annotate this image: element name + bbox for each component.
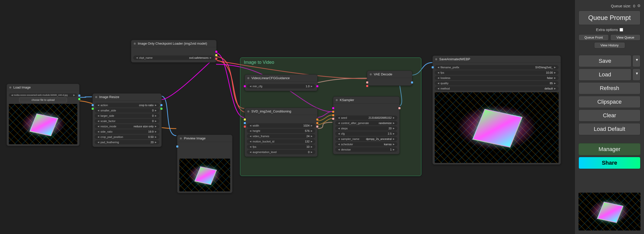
param-ckpt_name[interactable]: ◀ckpt_namesvd.safetensors▶ — [133, 55, 214, 60]
port-image-in[interactable] — [92, 104, 94, 106]
port-model-in[interactable] — [244, 85, 246, 87]
param-smaller_side[interactable]: ◀smaller_side0▶ — [95, 108, 159, 113]
output-preview — [435, 92, 559, 163]
sidebar-preview — [579, 193, 640, 230]
params: ◀actioncrop to ratio▶◀smaller_side0▶◀lar… — [93, 101, 161, 147]
clipspace-button[interactable]: Clipspace — [579, 96, 640, 108]
param-seed[interactable]: ◀seed213160020985152▶ — [335, 115, 397, 120]
param-scale_factor[interactable]: ◀scale_factor0▶ — [95, 119, 159, 123]
settings-icon[interactable]: ⚙ — [637, 4, 640, 8]
load-dropdown[interactable]: ▼ — [632, 69, 640, 81]
load-button[interactable]: Load — [579, 69, 631, 81]
view-history-button[interactable]: View History — [594, 42, 625, 48]
port-model[interactable] — [215, 51, 217, 53]
param-crop_pad_position[interactable]: ◀crop_pad_position0.50▶ — [95, 135, 159, 139]
node-canvas[interactable]: Image to Video Load Image ◀nvidia-xxxxx-… — [0, 0, 562, 234]
param-cfg[interactable]: ◀cfg2.5▶ — [335, 131, 397, 136]
port-positive[interactable] — [332, 111, 334, 113]
preview — [179, 159, 230, 191]
param-fps[interactable]: ◀fps10▶ — [247, 144, 315, 149]
node-cfg-guidance[interactable]: VideoLinearCFGGuidance ◀min_cfg1.0▶ — [245, 74, 318, 91]
port-image-out[interactable] — [160, 104, 162, 106]
port-mask-out[interactable] — [78, 98, 80, 100]
port-latent-out[interactable] — [398, 107, 400, 109]
sidebar: Queue size: 0 ⚙ Queue Prompt Extra optio… — [575, 0, 644, 234]
port-image-out[interactable] — [78, 95, 80, 97]
clear-button[interactable]: Clear — [579, 109, 640, 122]
node-save-webp[interactable]: SaveAnimatedWEBP ◀filename_prefixSVD\img… — [432, 55, 561, 165]
param-sampler_name[interactable]: ◀sampler_namedpmpp_2s_ancestral▶ — [335, 137, 397, 141]
port-mask-out[interactable] — [160, 108, 162, 110]
port-negative[interactable] — [316, 122, 318, 124]
port-image-out[interactable] — [411, 81, 413, 83]
port-samples[interactable] — [366, 81, 368, 83]
port-latent-in[interactable] — [332, 118, 334, 120]
param-augmentation_level[interactable]: ◀augmentation_level0▶ — [247, 150, 315, 154]
param-scheduler[interactable]: ◀schedulerkarras▶ — [335, 142, 397, 147]
refresh-button[interactable]: Refresh — [579, 82, 640, 94]
port-model[interactable] — [332, 107, 334, 109]
node-preview-image[interactable]: Preview Image — [177, 135, 232, 193]
port-init-image[interactable] — [244, 122, 246, 124]
param-video_frames[interactable]: ◀video_frames24▶ — [247, 134, 315, 138]
param-lossless[interactable]: ◀losslessfalse▶ — [435, 76, 559, 80]
port-model-out[interactable] — [316, 85, 318, 87]
port-mask-in[interactable] — [92, 108, 94, 110]
param-fps[interactable]: ◀fps10.00▶ — [435, 70, 559, 75]
node-load-image[interactable]: Load Image ◀nvidia-xxxxx-xxxowned-web-mo… — [7, 84, 80, 146]
port-images[interactable] — [432, 66, 434, 68]
node-svd-conditioning[interactable]: SVD_img2vid_Conditioning ◀width1024▶◀hei… — [245, 108, 318, 157]
param-filename_prefix[interactable]: ◀filename_prefixSVD\img2vid_▶ — [435, 65, 559, 70]
param-motion_bucket_id[interactable]: ◀motion_bucket_id132▶ — [247, 139, 315, 144]
group-title: Image to Video — [244, 60, 274, 65]
file-selector[interactable]: ◀nvidia-xxxxx-xxxowned-web-module-bb580_… — [9, 93, 77, 97]
port-image-in[interactable] — [176, 145, 178, 148]
upload-button[interactable]: choose file to upload — [19, 98, 67, 102]
save-dropdown[interactable]: ▼ — [632, 55, 640, 67]
load-default-button[interactable]: Load Default — [579, 123, 640, 135]
port-latent[interactable] — [316, 126, 318, 128]
param-control_after_generate[interactable]: ◀control_after_generaterandomize▶ — [335, 121, 397, 125]
view-queue-button[interactable]: View Queue — [610, 34, 640, 41]
param-pad_feathering[interactable]: ◀pad_feathering20▶ — [95, 140, 159, 144]
port-clip-vision[interactable] — [244, 119, 246, 121]
param-side_ratio[interactable]: ◀side_ratio16:9▶ — [95, 129, 159, 134]
node-ckpt-loader[interactable]: Image Only Checkpoint Loader (img2vid mo… — [131, 40, 217, 63]
param-action[interactable]: ◀actioncrop to ratio▶ — [95, 103, 159, 107]
queue-front-button[interactable]: Queue Front — [579, 34, 609, 41]
param-quality[interactable]: ◀quality85▶ — [435, 81, 559, 85]
image-preview — [9, 104, 77, 144]
port-positive[interactable] — [316, 119, 318, 121]
extra-options[interactable]: Extra options — [579, 27, 640, 32]
queue-prompt-button[interactable]: Queue Prompt — [579, 11, 640, 25]
port-negative[interactable] — [332, 114, 334, 116]
node-ksampler[interactable]: KSampler ◀seed213160020985152▶◀control_a… — [333, 96, 400, 154]
queue-size-value: 0 — [633, 4, 635, 8]
queue-size-label: Queue size: — [611, 4, 631, 8]
port-vae[interactable] — [366, 85, 368, 87]
param-steps[interactable]: ◀steps20▶ — [335, 126, 397, 131]
param-width[interactable]: ◀width1024▶ — [247, 123, 315, 128]
save-button[interactable]: Save — [579, 55, 631, 67]
param-height[interactable]: ◀height576▶ — [247, 129, 315, 133]
node-vae-decode[interactable]: VAE Decode — [367, 71, 412, 86]
param-resize_mode[interactable]: ◀resize_modereduce size only▶ — [95, 124, 159, 129]
port-vae[interactable] — [244, 126, 246, 128]
node-image-resize[interactable]: Image Resize ◀actioncrop to ratio▶◀small… — [92, 93, 162, 147]
share-button[interactable]: Share — [579, 157, 640, 169]
param-larger_side[interactable]: ◀larger_side0▶ — [95, 113, 159, 118]
port-vae[interactable] — [215, 58, 217, 60]
port-clip-vision[interactable] — [215, 54, 217, 56]
param-denoise[interactable]: ◀denoise1▶ — [335, 147, 397, 152]
param-method[interactable]: ◀methoddefault▶ — [435, 86, 559, 91]
param-min_cfg[interactable]: ◀min_cfg1.0▶ — [247, 84, 315, 89]
manager-button[interactable]: Manager — [579, 143, 640, 155]
